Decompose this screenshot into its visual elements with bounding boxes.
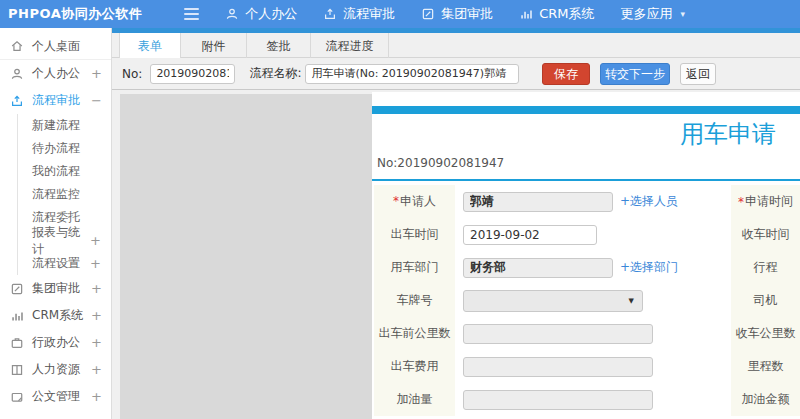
expand-plus-icon[interactable]: + (91, 390, 102, 403)
form-title-divider (372, 179, 800, 181)
expand-plus-icon[interactable]: + (91, 363, 102, 376)
field-input-1[interactable] (463, 192, 613, 212)
tab-1[interactable]: 表单 (119, 33, 181, 59)
nav-item-label: 更多应用 (621, 5, 673, 23)
sidebar-item-1[interactable]: 个人桌面 (0, 33, 111, 60)
approve-icon (323, 7, 337, 21)
field-input-2[interactable] (463, 225, 597, 245)
sidebar-item-4[interactable]: 集团审批+ (0, 275, 111, 302)
tab-3[interactable]: 签批 (247, 33, 311, 59)
no-label: No: (122, 67, 142, 81)
right-field-label: 收车时间 (731, 218, 800, 251)
form-row-6: 出车费用里程数 (372, 350, 800, 383)
user-icon (225, 7, 239, 21)
sidebar-subitem-3[interactable]: 我的流程 (18, 160, 111, 183)
sidebar-item-6[interactable]: 行政办公+ (0, 329, 111, 356)
sidebar-subitem-label: 新建流程 (32, 117, 80, 134)
expand-plus-icon[interactable]: + (91, 309, 102, 322)
sidebar-item-label: 个人办公 (32, 65, 80, 82)
form-row-4: 车牌号▼司机 (372, 284, 800, 317)
expand-plus-icon[interactable]: + (91, 67, 102, 80)
field-cell (457, 383, 729, 416)
chart-icon (10, 309, 24, 323)
field-cell (457, 317, 729, 350)
work-region: 用车申请 No:20190902081947 *申请人+选择人员*申请时间出车时… (112, 92, 800, 419)
form-row-3: 用车部门+选择部门行程 (372, 251, 800, 284)
save-button[interactable]: 保存 (542, 63, 590, 85)
right-field-label: 收车公里数 (731, 317, 800, 350)
chevron-down-icon: ▾ (681, 9, 686, 19)
nav-item-3[interactable]: 集团审批 (421, 5, 493, 23)
sidebar-subitem-2[interactable]: 待办流程 (18, 137, 111, 160)
field-cell (457, 350, 729, 383)
expand-plus-icon[interactable]: + (90, 234, 101, 247)
field-cell: ▼ (457, 284, 729, 317)
nav-item-label: CRM系统 (539, 5, 594, 23)
tab-2[interactable]: 附件 (181, 33, 247, 59)
sidebar-item-label: 人力资源 (32, 361, 80, 378)
sidebar-subitem-6[interactable]: 报表与统计+ (18, 229, 111, 252)
forward-next-step-button[interactable]: 转交下一步 (600, 63, 670, 85)
required-mark: * (738, 195, 744, 209)
picker-link[interactable]: +选择人员 (620, 193, 678, 210)
field-label: 出车前公里数 (374, 317, 455, 350)
picker-link[interactable]: +选择部门 (620, 259, 678, 276)
sidebar-item-5[interactable]: CRM系统+ (0, 302, 111, 329)
nav-item-1[interactable]: 个人办公 (225, 5, 297, 23)
field-input-5[interactable] (463, 324, 653, 344)
top-menu: 个人办公流程审批集团审批CRM系统更多应用▾ (225, 5, 711, 23)
field-label: 用车部门 (374, 251, 455, 284)
sidebar-item-2[interactable]: 个人办公+ (0, 60, 111, 87)
form-row-7: 加油量加油金额 (372, 383, 800, 416)
flow-name-input[interactable] (305, 64, 519, 84)
right-field-label: *申请时间 (731, 185, 800, 218)
folder-icon (10, 390, 24, 404)
sidebar-subitem-7[interactable]: 流程设置+ (18, 252, 111, 275)
field-input-3[interactable] (463, 258, 613, 278)
expand-plus-icon[interactable]: + (90, 257, 101, 270)
sidebar-item-7[interactable]: 人力资源+ (0, 356, 111, 383)
field-cell: +选择人员 (457, 185, 729, 218)
top-navbar: PHPOA协同办公软件 个人办公流程审批集团审批CRM系统更多应用▾ (0, 0, 800, 28)
collapse-minus-icon[interactable]: − (91, 94, 102, 107)
tab-4[interactable]: 流程进度 (311, 33, 389, 59)
nav-item-2[interactable]: 流程审批 (323, 5, 395, 23)
sidebar-item-8[interactable]: 公文管理+ (0, 383, 111, 410)
sidebar-item-label: CRM系统 (32, 307, 83, 324)
chart-icon (519, 7, 533, 21)
nav-item-5[interactable]: 更多应用▾ (621, 5, 686, 23)
flow-no-input[interactable] (150, 64, 235, 84)
nav-item-4[interactable]: CRM系统 (519, 5, 594, 23)
sidebar-submenu: 新建流程待办流程我的流程流程监控流程委托报表与统计+流程设置+ (17, 114, 111, 275)
form-tabbar: 表单附件签批流程进度 (112, 33, 800, 58)
briefcase-icon (10, 336, 24, 350)
field-input-7[interactable] (463, 390, 653, 410)
edit-icon (421, 7, 435, 21)
right-field-label: 里程数 (731, 350, 800, 383)
sidebar-item-label: 个人桌面 (32, 38, 80, 55)
expand-plus-icon[interactable]: + (91, 282, 102, 295)
field-label: *申请人 (374, 185, 455, 218)
approve-icon (10, 94, 24, 108)
iframe-gray-background (120, 94, 372, 419)
sidebar-subitem-4[interactable]: 流程监控 (18, 183, 111, 206)
plate-number-select[interactable]: ▼ (463, 290, 643, 312)
nav-item-label: 集团审批 (441, 5, 493, 23)
home-icon (10, 39, 24, 53)
field-input-6[interactable] (463, 357, 653, 377)
sidebar-item-label: 公文管理 (32, 388, 80, 405)
sidebar-subitem-1[interactable]: 新建流程 (18, 114, 111, 137)
required-mark: * (393, 195, 399, 208)
expand-plus-icon[interactable]: + (91, 336, 102, 349)
sidebar-item-3[interactable]: 流程审批− (0, 87, 111, 114)
hamburger-menu-icon[interactable] (184, 8, 199, 20)
back-button[interactable]: 返回 (680, 63, 716, 85)
sidebar-item-label: 流程审批 (32, 92, 80, 109)
main-area: 表单附件签批流程进度 No: 流程名称: 保存 转交下一步 返回 用车申请 No… (112, 28, 800, 419)
form-no-text: No:20190902081947 (372, 156, 800, 170)
field-label: 出车费用 (374, 350, 455, 383)
sidebar-subitem-label: 报表与统计 (32, 224, 90, 258)
field-label: 出车时间 (374, 218, 455, 251)
app-logo: PHPOA协同办公软件 (8, 5, 142, 23)
form-row-2: 出车时间收车时间 (372, 218, 800, 251)
